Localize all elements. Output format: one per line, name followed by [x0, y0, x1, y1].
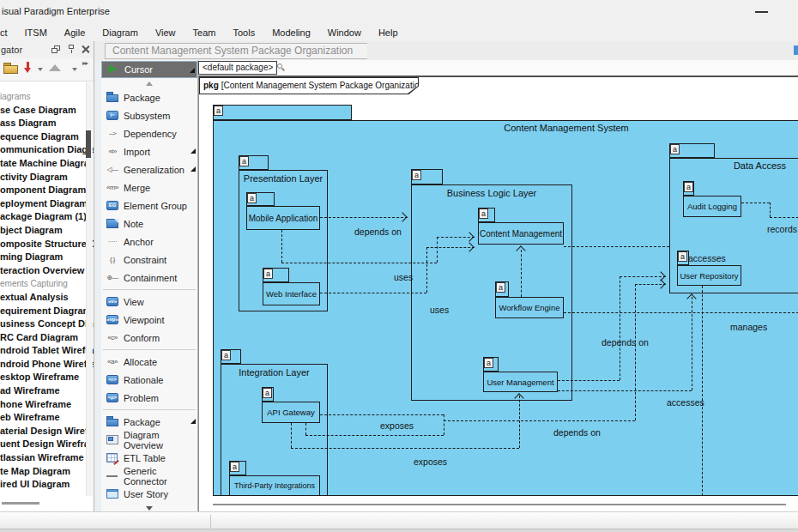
- navigator-toolbar: [0, 58, 94, 82]
- nav-item-requirement-diagram[interactable]: equirement Diagram: [0, 305, 94, 318]
- close-panel-icon[interactable]: [82, 45, 90, 53]
- tool-etl-table[interactable]: ETL Table: [101, 449, 197, 467]
- new-diagram-folder-icon[interactable]: [3, 63, 19, 74]
- tool-cursor[interactable]: Cursor: [101, 61, 197, 78]
- nav-item-timing-diagram[interactable]: ming Diagram: [0, 251, 94, 264]
- edge-label[interactable]: depends on: [354, 227, 402, 237]
- edge-label[interactable]: uses: [394, 272, 413, 282]
- tool-merge[interactable]: «m» Merge: [101, 178, 197, 196]
- canvas-horizontal-scrollbar[interactable]: [213, 504, 786, 505]
- nav-item-atlassian-wireframe[interactable]: tlassian Wireframe: [0, 451, 94, 465]
- menu-item-agile[interactable]: Agile: [56, 27, 94, 38]
- nav-item-wired-ui-diagram[interactable]: ired UI Diagram: [0, 478, 94, 492]
- nav-item-desktop-wireframe[interactable]: esktop Wireframe: [0, 371, 94, 384]
- nav-item-composite-structure-diagram[interactable]: omposite Structure D: [0, 238, 94, 251]
- tool-rationale[interactable]: <r> Rationale: [101, 371, 197, 389]
- diagram-navigator-list: iagrams se Case Diagram ass Diagram eque…: [0, 82, 94, 496]
- nav-item-communication-diagram[interactable]: ommunication Diagra: [0, 143, 94, 157]
- nav-item-object-diagram[interactable]: bject Diagram: [0, 224, 94, 238]
- nav-item-activity-diagram[interactable]: ctivity Diagram: [0, 171, 94, 184]
- dependency-edge: [635, 284, 636, 420]
- navigator-vertical-scrollbar[interactable]: [86, 82, 93, 496]
- tool-anchor[interactable]: ····· Anchor: [101, 233, 197, 251]
- diagram-canvas[interactable]: pkg[Content Management System Package Or…: [198, 76, 798, 511]
- tool-package[interactable]: Package: [101, 88, 197, 106]
- nav-item-business-concept-diagram[interactable]: usiness Concept Diag: [0, 317, 94, 331]
- nav-item-site-map-diagram[interactable]: te Map Diagram: [0, 465, 94, 479]
- tool-conform[interactable]: «c» Conform: [101, 329, 197, 347]
- nav-item-textual-analysis[interactable]: extual Analysis: [0, 291, 94, 305]
- tool-subsystem[interactable]: ⊢ Subsystem: [101, 106, 197, 124]
- nav-item-android-tablet-wireframe[interactable]: ndroid Tablet Wirefra: [0, 344, 94, 358]
- edge-label[interactable]: accesses: [667, 397, 704, 408]
- nav-item-sequence-diagram[interactable]: equence Diagram: [0, 130, 94, 144]
- tool-diagram-overview[interactable]: Diagram Overview: [101, 431, 197, 449]
- edge-label[interactable]: uses: [430, 305, 449, 315]
- nav-item-interaction-overview-diagram[interactable]: teraction Overview: [0, 264, 94, 278]
- menu-item-diagram[interactable]: Diagram: [94, 27, 147, 38]
- nav-item-package-diagram[interactable]: ackage Diagram (1): [0, 210, 94, 224]
- tool-view[interactable]: «v» View: [101, 293, 197, 311]
- dependency-edge: [558, 380, 620, 381]
- sort-icon[interactable]: [23, 62, 35, 75]
- edge-label[interactable]: exposes: [414, 456, 447, 467]
- tool-note[interactable]: Note: [101, 215, 197, 233]
- status-bar-divider: [210, 515, 211, 529]
- default-package-selector[interactable]: <default package>: [198, 61, 277, 75]
- edge-label[interactable]: accesses: [688, 253, 726, 263]
- nav-item-web-wireframe[interactable]: eb Wireframe: [0, 411, 94, 425]
- tool-dependency[interactable]: --> Dependency: [101, 124, 197, 142]
- nav-item-material-design-wireframe[interactable]: aterial Design Wiref: [0, 425, 94, 438]
- clipped-toolbar-icon: [794, 45, 798, 55]
- tool-generalization[interactable]: ◁— Generalization: [101, 160, 197, 178]
- nav-item-crc-card-diagram[interactable]: RC Card Diagram: [0, 331, 94, 345]
- collapse-icon[interactable]: [49, 64, 61, 71]
- sort-dropdown-caret-icon[interactable]: [38, 68, 43, 71]
- tool-containment[interactable]: ⊕— Containment: [101, 269, 197, 287]
- palette-scroll-up[interactable]: [101, 78, 197, 88]
- edge-label[interactable]: records: [767, 224, 797, 234]
- tool-element-group[interactable]: EG Element Group: [101, 196, 197, 215]
- menu-item-project[interactable]: ct: [0, 27, 16, 38]
- menu-item-help[interactable]: Help: [370, 27, 407, 38]
- tool-allocate[interactable]: «a» Allocate: [101, 353, 197, 371]
- tool-generic-connector[interactable]: Generic Connector: [101, 467, 197, 485]
- tool-import[interactable]: «i» Import: [101, 142, 197, 160]
- tab-content-management-system[interactable]: Content Management System Package Organi…: [105, 43, 367, 59]
- menu-item-window[interactable]: Window: [319, 27, 370, 38]
- nav-item-android-phone-wireframe[interactable]: ndroid Phone Wirefra: [0, 358, 94, 372]
- edge-label[interactable]: depends on: [553, 427, 601, 438]
- restore-panel-icon[interactable]: [51, 45, 61, 54]
- menu-item-view[interactable]: View: [147, 27, 184, 38]
- menu-item-itsm[interactable]: ITSM: [16, 27, 56, 38]
- minimize-icon[interactable]: [755, 11, 768, 13]
- navigator-horizontal-scrollbar[interactable]: [2, 502, 39, 505]
- tool-package-2[interactable]: Package: [101, 413, 197, 431]
- edge-label[interactable]: depends on: [602, 337, 649, 348]
- edge-label[interactable]: manages: [730, 322, 767, 332]
- menu-item-tools[interactable]: Tools: [224, 27, 263, 38]
- package-name: Business Logic Layer: [411, 188, 572, 198]
- nav-item-deployment-diagram[interactable]: eployment Diagram: [0, 197, 94, 211]
- nav-item-use-case-diagram[interactable]: se Case Diagram: [0, 104, 94, 118]
- nav-item-ipad-wireframe[interactable]: ad Wireframe: [0, 384, 94, 398]
- nav-item-fluent-design-wireframe[interactable]: uent Design Wirefra: [0, 438, 94, 451]
- nav-item-iphone-wireframe[interactable]: hone Wireframe: [0, 398, 94, 412]
- nav-item-state-machine-diagram[interactable]: tate Machine Diagra: [0, 157, 94, 171]
- menu-item-team[interactable]: Team: [184, 27, 225, 38]
- tool-problem[interactable]: <p> Problem: [101, 389, 197, 407]
- tool-viewpoint[interactable]: «vp» Viewpoint: [101, 311, 197, 329]
- search-icon[interactable]: [277, 63, 286, 72]
- tool-user-story[interactable]: User Story: [101, 485, 197, 503]
- collapse-dropdown-caret-icon[interactable]: [72, 68, 77, 71]
- tool-constraint[interactable]: {.} Constraint: [101, 251, 197, 269]
- toolbar-overflow-icon[interactable]: [82, 59, 88, 67]
- pin-panel-icon[interactable]: [68, 45, 76, 54]
- package-content-management-system-tab[interactable]: [213, 105, 352, 120]
- nav-item-component-diagram[interactable]: omponent Diagram: [0, 184, 94, 197]
- nav-item-class-diagram[interactable]: ass Diagram: [0, 117, 94, 130]
- edge-label[interactable]: exposes: [380, 420, 414, 431]
- status-bar: [0, 511, 798, 532]
- dependency-edge: [320, 217, 408, 218]
- menu-item-modeling[interactable]: Modeling: [263, 27, 319, 38]
